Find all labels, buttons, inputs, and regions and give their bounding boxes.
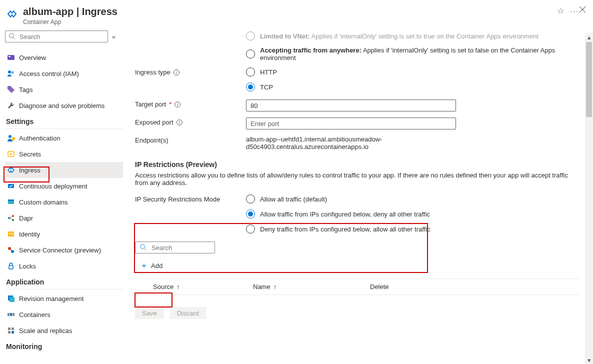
svg-point-7: [10, 153, 12, 155]
ip-rules-table-header: Source↑ Name↑ Delete: [135, 278, 581, 295]
radio-icon: [246, 224, 255, 234]
ingress-type-tcp[interactable]: TCP: [246, 82, 581, 92]
sidebar-item-diagnose[interactable]: Diagnose and solve problems: [5, 98, 123, 114]
info-icon[interactable]: i: [174, 102, 180, 108]
sidebar-group-settings: Settings: [5, 114, 123, 128]
sidebar: « Overview Access control (IAM) Tags Dia…: [5, 30, 123, 358]
sidebar-item-authentication[interactable]: Authentication: [5, 130, 123, 146]
ingress-type-http[interactable]: HTTP: [246, 68, 581, 76]
exposed-port-label: Exposed port: [135, 118, 174, 126]
svg-point-13: [12, 219, 14, 221]
svg-rect-20: [9, 266, 13, 269]
radio-icon: [246, 68, 255, 76]
sidebar-item-label: Authentication: [19, 134, 60, 142]
sidebar-item-ingress[interactable]: Ingress: [5, 162, 123, 178]
ip-restrictions-title: IP Restrictions (Preview): [135, 160, 581, 168]
svg-rect-23: [8, 313, 10, 316]
column-source[interactable]: Source↑: [153, 283, 253, 290]
connector-icon: [7, 246, 15, 254]
rocket-icon: [7, 182, 15, 190]
ingress-icon: [7, 166, 15, 174]
ip-rules-search[interactable]: [135, 242, 215, 254]
sidebar-item-label: Secrets: [19, 150, 41, 158]
sidebar-item-containers[interactable]: Containers: [5, 306, 123, 322]
globe-icon: [7, 198, 15, 206]
scroll-thumb[interactable]: [586, 42, 592, 117]
option-label: Allow all traffic (default): [260, 196, 327, 203]
svg-point-4: [12, 72, 14, 74]
sidebar-item-label: Containers: [19, 311, 50, 318]
sidebar-item-label: Overview: [19, 54, 46, 62]
ipr-mode-allow-list[interactable]: Allow traffic from IPs configured below,…: [246, 210, 581, 218]
collapse-sidebar-icon[interactable]: «: [112, 33, 116, 40]
sidebar-item-label: Custom domains: [19, 198, 68, 206]
option-label: Accepting traffic from anywhere:: [260, 46, 362, 54]
target-port-input[interactable]: [246, 100, 456, 112]
sidebar-item-tags[interactable]: Tags: [5, 82, 123, 98]
ingress-traffic-anywhere-option[interactable]: Accepting traffic from anywhere: Applies…: [246, 46, 581, 62]
search-icon: [140, 244, 146, 252]
plus-icon: ＋: [140, 262, 148, 270]
vertical-scrollbar[interactable]: ▴ ▾: [585, 33, 593, 364]
option-label: Allow traffic from IPs configured below,…: [260, 210, 430, 218]
sidebar-item-service-connector[interactable]: Service Connector (preview): [5, 242, 123, 258]
column-name[interactable]: Name↑: [253, 283, 370, 290]
svg-rect-29: [12, 331, 14, 334]
radio-icon: [246, 194, 255, 204]
main-content: Limited to VNet: Applies if 'internalOnl…: [123, 30, 593, 358]
svg-rect-24: [10, 313, 12, 316]
sidebar-item-label: Identity: [19, 230, 40, 238]
sidebar-item-label: Continuous deployment: [19, 182, 88, 190]
sidebar-item-revision-management[interactable]: Revision management: [5, 290, 123, 306]
svg-point-15: [10, 233, 11, 234]
add-ip-rule-button[interactable]: ＋ Add: [135, 258, 168, 272]
save-button[interactable]: Save: [135, 307, 164, 319]
info-icon[interactable]: i: [174, 70, 180, 76]
sidebar-item-custom-domains[interactable]: Custom domains: [5, 194, 123, 210]
scroll-up-icon[interactable]: ▴: [585, 33, 593, 41]
svg-point-11: [8, 217, 10, 219]
sidebar-group-monitoring: Monitoring: [5, 338, 123, 354]
svg-rect-1: [8, 55, 14, 60]
ip-rules-search-input[interactable]: [150, 244, 236, 252]
svg-rect-22: [10, 297, 14, 302]
svg-point-30: [140, 244, 145, 248]
wrench-icon: [7, 102, 15, 110]
svg-rect-2: [8, 56, 10, 57]
option-label: Limited to VNet:: [260, 32, 310, 40]
scroll-down-icon[interactable]: ▾: [585, 356, 593, 364]
person-shield-icon: [7, 134, 15, 142]
sidebar-item-access-control[interactable]: Access control (IAM): [5, 66, 123, 82]
info-icon[interactable]: i: [176, 120, 182, 126]
close-icon[interactable]: [579, 6, 586, 14]
sidebar-item-locks[interactable]: Locks: [5, 258, 123, 274]
ipr-mode-deny-list[interactable]: Deny traffic from IPs configured below, …: [246, 224, 581, 234]
sidebar-group-application: Application: [5, 274, 123, 289]
sidebar-search-input[interactable]: [18, 32, 104, 41]
svg-rect-28: [8, 331, 10, 334]
exposed-port-input[interactable]: [246, 118, 456, 130]
more-icon[interactable]: ···: [570, 7, 579, 15]
option-label: HTTP: [260, 68, 277, 76]
sidebar-item-continuous-deployment[interactable]: Continuous deployment: [5, 178, 123, 194]
ip-restrictions-mode-label: IP Security Restrictions Mode: [135, 196, 220, 203]
favorite-star-icon[interactable]: ☆: [557, 6, 564, 16]
tag-icon: [7, 86, 15, 94]
sidebar-item-scale-replicas[interactable]: Scale and replicas: [5, 322, 123, 338]
svg-rect-25: [12, 313, 14, 316]
option-label: Deny traffic from IPs configured below, …: [260, 226, 430, 233]
sort-asc-icon: ↑: [176, 283, 180, 290]
target-port-label: Target port: [135, 100, 166, 108]
add-label: Add: [151, 262, 162, 270]
svg-rect-27: [12, 328, 14, 330]
sidebar-item-overview[interactable]: Overview: [5, 50, 123, 66]
radio-icon: [246, 210, 255, 218]
sidebar-item-dapr[interactable]: Dapr: [5, 210, 123, 226]
sidebar-item-label: Dapr: [19, 214, 33, 222]
sidebar-search[interactable]: [5, 30, 108, 42]
sidebar-item-identity[interactable]: Identity: [5, 226, 123, 242]
search-icon: [8, 32, 16, 41]
discard-button[interactable]: Discard: [170, 307, 206, 319]
sidebar-item-secrets[interactable]: Secrets: [5, 146, 123, 162]
ipr-mode-allow-all[interactable]: Allow all traffic (default): [246, 194, 581, 204]
